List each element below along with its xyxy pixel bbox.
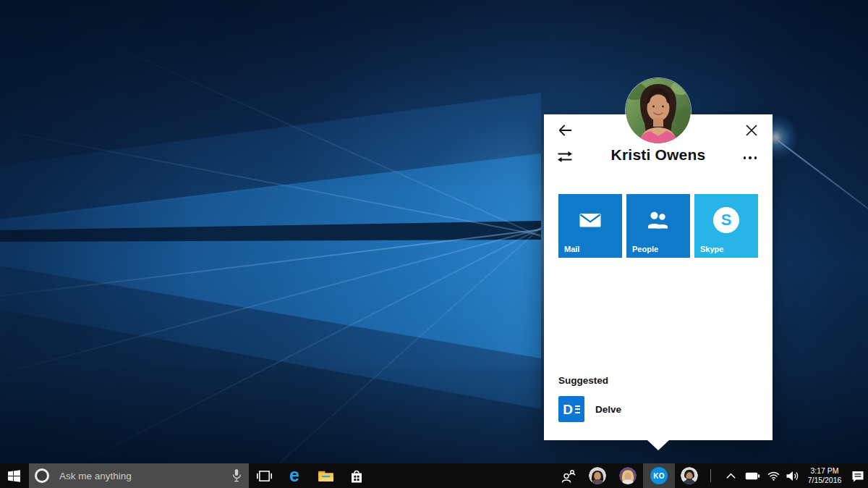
file-explorer-icon bbox=[318, 469, 334, 482]
start-button[interactable] bbox=[0, 463, 27, 488]
taskbar: e bbox=[0, 463, 868, 488]
wallpaper-light-beam bbox=[78, 30, 541, 237]
clock-time: 3:17 PM bbox=[810, 466, 838, 476]
tile-label: People bbox=[632, 245, 658, 253]
pinned-contact-avatar-1[interactable] bbox=[589, 467, 606, 484]
contact-name: Kristi Owens bbox=[544, 146, 773, 164]
skype-icon: S bbox=[713, 207, 739, 233]
action-center-button[interactable] bbox=[848, 463, 868, 488]
skype-tile[interactable]: S Skype bbox=[694, 194, 758, 258]
file-explorer-button[interactable] bbox=[312, 463, 339, 488]
task-view-button[interactable] bbox=[251, 463, 277, 488]
suggested-app-delve[interactable]: D Delve bbox=[558, 396, 621, 422]
windows-logo-icon bbox=[8, 470, 20, 482]
contact-initials: KO bbox=[653, 472, 665, 480]
suggested-app-label: Delve bbox=[595, 404, 621, 415]
store-button[interactable] bbox=[344, 463, 370, 488]
wifi-icon bbox=[767, 471, 780, 481]
delve-icon: D bbox=[558, 396, 584, 422]
contact-photo bbox=[589, 467, 606, 484]
close-button[interactable] bbox=[742, 121, 761, 140]
wallpaper-light-beam bbox=[0, 228, 541, 387]
skype-logo-letter: S bbox=[721, 212, 732, 228]
contact-photo bbox=[681, 467, 698, 484]
chevron-up-icon bbox=[726, 472, 736, 479]
flyout-pointer bbox=[647, 440, 669, 450]
delve-logo-lines bbox=[575, 405, 580, 413]
my-people-flyout: Kristi Owens Mail People bbox=[544, 114, 773, 440]
wallpaper-light-beam bbox=[0, 122, 541, 236]
my-people-icon bbox=[561, 468, 576, 484]
pinned-contact-avatar-2[interactable] bbox=[619, 467, 637, 484]
close-icon bbox=[746, 125, 757, 136]
wallpaper-light-beam bbox=[164, 227, 542, 488]
active-contact-button[interactable]: KO bbox=[643, 463, 675, 488]
app-tiles: Mail People S Skype bbox=[558, 194, 758, 258]
task-view-icon bbox=[256, 469, 273, 483]
edge-browser-button[interactable]: e bbox=[281, 463, 307, 488]
mail-tile[interactable]: Mail bbox=[558, 194, 622, 258]
clock-date: 7/15/2016 bbox=[808, 476, 842, 485]
clock[interactable]: 3:17 PM 7/15/2016 bbox=[803, 466, 846, 486]
battery-status-button[interactable] bbox=[742, 463, 762, 488]
battery-icon bbox=[745, 472, 760, 480]
desktop: Kristi Owens Mail People bbox=[0, 0, 868, 488]
mail-icon bbox=[579, 211, 602, 229]
wallpaper-light-beam bbox=[38, 227, 542, 485]
search-input[interactable] bbox=[58, 470, 203, 482]
action-center-icon bbox=[851, 470, 864, 482]
my-people-button[interactable] bbox=[556, 463, 582, 488]
people-icon bbox=[646, 211, 671, 230]
microphone-icon[interactable] bbox=[231, 468, 242, 483]
contact-initials-badge: KO bbox=[650, 467, 668, 484]
volume-icon bbox=[786, 471, 799, 481]
suggested-heading: Suggested bbox=[558, 375, 608, 386]
cortana-icon bbox=[35, 468, 49, 483]
people-tile[interactable]: People bbox=[626, 194, 690, 258]
contact-avatar bbox=[626, 78, 691, 143]
back-button[interactable] bbox=[556, 121, 574, 140]
tile-label: Mail bbox=[564, 245, 579, 253]
contact-photo bbox=[619, 467, 637, 484]
tile-label: Skype bbox=[700, 245, 723, 253]
tray-divider bbox=[710, 469, 711, 482]
cortana-search-box[interactable] bbox=[29, 463, 249, 488]
show-hidden-icons-button[interactable] bbox=[720, 463, 741, 488]
contact-photo bbox=[626, 78, 691, 143]
pinned-contact-avatar-3[interactable] bbox=[681, 467, 698, 484]
back-icon bbox=[557, 122, 573, 138]
edge-icon: e bbox=[289, 466, 299, 484]
delve-logo-letter: D bbox=[563, 403, 573, 416]
volume-button[interactable] bbox=[783, 463, 803, 488]
network-status-button[interactable] bbox=[763, 463, 783, 488]
store-icon bbox=[349, 468, 364, 484]
